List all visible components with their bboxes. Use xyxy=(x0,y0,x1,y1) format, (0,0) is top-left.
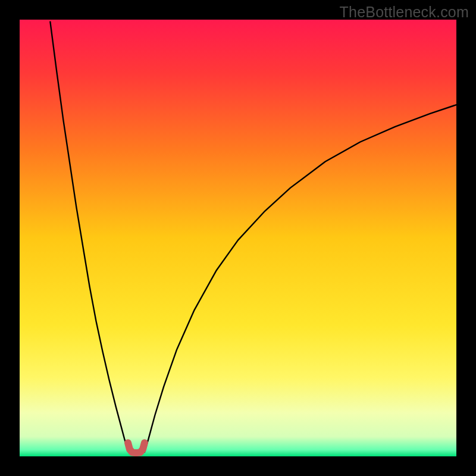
plot-area xyxy=(20,20,456,456)
gradient-background xyxy=(20,20,456,456)
watermark-text: TheBottleneck.com xyxy=(340,4,469,21)
chart-frame: TheBottleneck.com xyxy=(0,0,476,476)
chart-svg xyxy=(20,20,456,456)
